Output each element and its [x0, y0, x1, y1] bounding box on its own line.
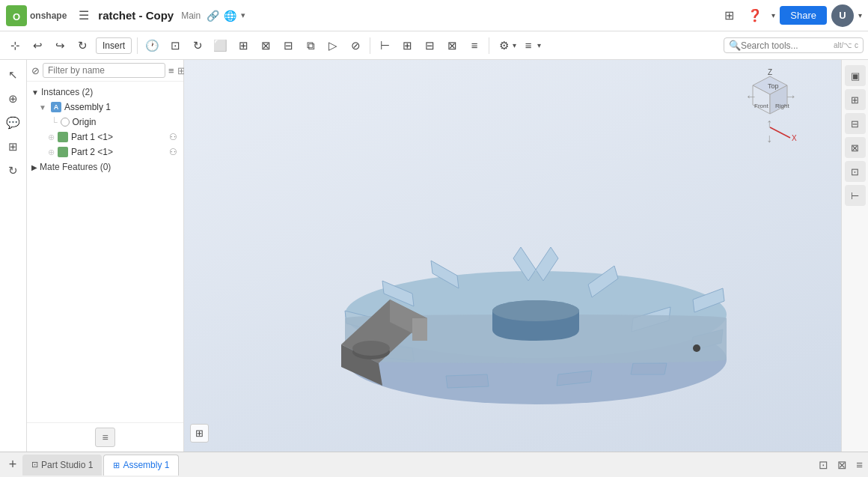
left-sidebar-icons: ↖ ⊕ 💬 ⊞ ↻: [0, 60, 27, 452]
clock-button[interactable]: 🕐: [141, 35, 163, 56]
undo-button[interactable]: ↩: [27, 35, 48, 56]
tree-item-part2[interactable]: ⊕ Part 2 <1> ⚇: [27, 145, 183, 159]
display-button[interactable]: ≡: [518, 35, 539, 56]
settings-chevron[interactable]: ▾: [513, 41, 516, 49]
app-name-label: onshape: [30, 10, 67, 21]
tree-panel-bottom: ≡: [27, 422, 183, 452]
right-icon-cube[interactable]: ▣: [845, 65, 866, 86]
instances-label: Instances (2): [41, 87, 93, 97]
tree-item-part1[interactable]: ⊕ Part 1 <1> ⚇: [27, 130, 183, 145]
bottom-parts-icon[interactable]: ⊡: [816, 456, 831, 474]
features-button[interactable]: ⊟: [419, 35, 440, 56]
assembly1-expand-icon[interactable]: ▼: [39, 103, 48, 112]
globe-chevron[interactable]: ▾: [241, 10, 245, 20]
origin-type-icon: [61, 118, 70, 127]
toolbar-divider-3: [489, 37, 489, 54]
redo-button[interactable]: ↪: [49, 35, 70, 56]
avatar[interactable]: U: [831, 4, 854, 27]
assembly-tab[interactable]: ⊞ Assembly 1: [103, 455, 179, 476]
avatar-chevron[interactable]: ▾: [858, 11, 862, 19]
right-icon-section[interactable]: ⊟: [845, 113, 866, 134]
doc-title: ratchet - Copy: [98, 9, 174, 22]
apps-icon-button[interactable]: ⊞: [720, 5, 739, 25]
toolbar-divider-1: [137, 37, 138, 54]
standard-button[interactable]: ⊠: [441, 35, 462, 56]
assembly-tab-icon: ⊞: [113, 461, 120, 470]
origin-branch-icon: └: [51, 117, 58, 127]
filter-input[interactable]: [43, 63, 165, 78]
svg-point-32: [492, 300, 579, 321]
right-icon-measure[interactable]: ⊡: [845, 161, 866, 182]
app-logo[interactable]: O onshape: [6, 5, 67, 26]
measure-button[interactable]: ⊟: [278, 35, 299, 56]
search-input[interactable]: [741, 40, 831, 51]
assembly-tab-label: Assembly 1: [123, 460, 169, 470]
detect-button[interactable]: ⊘: [345, 35, 366, 56]
tree-item-assembly1[interactable]: ▼ A Assembly 1: [27, 100, 183, 115]
ratchet-3d-view: [266, 97, 775, 452]
left-icon-plus[interactable]: ⊕: [3, 88, 24, 109]
list-icon[interactable]: ≡: [168, 65, 174, 76]
part2-mate-icon[interactable]: ⚇: [169, 147, 177, 157]
svg-text:Top: Top: [768, 82, 779, 90]
svg-text:→: →: [785, 90, 797, 103]
tree-header: ⊘ ≡ ⊞: [27, 60, 183, 82]
animate-button[interactable]: ▷: [323, 35, 343, 56]
svg-marker-26: [446, 374, 489, 388]
left-icon-pointer[interactable]: ↖: [3, 64, 24, 85]
link-icon[interactable]: 🔗: [207, 10, 219, 22]
svg-text:O: O: [13, 11, 20, 22]
bottom-right-icons: ⊡ ⊠ ≡: [816, 456, 865, 474]
share-button[interactable]: Share: [780, 6, 827, 25]
insert-button[interactable]: Insert: [96, 37, 132, 54]
doc-subtitle: Main: [181, 10, 201, 21]
sheet-button[interactable]: ≡: [464, 35, 485, 56]
help-chevron[interactable]: ▾: [771, 11, 775, 19]
toolbar-divider-2: [370, 37, 370, 54]
assembly1-type-icon: A: [51, 102, 61, 112]
tree-item-origin[interactable]: └ Origin: [27, 115, 183, 130]
filter-icon[interactable]: ⊘: [31, 65, 40, 76]
svg-point-39: [693, 344, 700, 352]
add-tab-button[interactable]: +: [3, 455, 22, 475]
globe-icon[interactable]: 🌐: [224, 10, 236, 22]
rotate-button[interactable]: ↻: [187, 35, 208, 56]
onshape-logo-icon: O: [6, 5, 27, 26]
assembly1-label: Assembly 1: [64, 102, 111, 112]
display-chevron[interactable]: ▾: [537, 41, 541, 49]
right-icon-grid[interactable]: ⊞: [845, 89, 866, 110]
svg-marker-24: [631, 363, 667, 374]
right-icon-explode[interactable]: ⊠: [845, 137, 866, 158]
explode-button[interactable]: ⊠: [255, 35, 276, 56]
mates-button[interactable]: ⊞: [397, 35, 418, 56]
svg-text:X: X: [792, 134, 797, 142]
parts-button[interactable]: ⊢: [374, 35, 395, 56]
bottom-units-icon[interactable]: ≡: [854, 456, 865, 473]
part1-branch-icon: ⊕: [48, 133, 55, 142]
grid-button[interactable]: ⊞: [233, 35, 254, 56]
right-icon-assembly[interactable]: ⊢: [845, 185, 866, 206]
select-tool-button[interactable]: ⊹: [4, 35, 25, 56]
detail-view-icon[interactable]: ≡: [95, 428, 114, 447]
hamburger-menu-button[interactable]: ☰: [74, 5, 94, 25]
viewport-select-box-icon[interactable]: ⊞: [190, 424, 209, 443]
svg-text:Right: Right: [775, 103, 789, 109]
part-studio-tab[interactable]: ⊡ Part Studio 1: [22, 455, 102, 476]
refresh-button[interactable]: ↻: [72, 35, 93, 56]
help-icon-button[interactable]: ❓: [743, 5, 767, 25]
bottom-search-icon[interactable]: ⊠: [835, 456, 849, 474]
settings-button[interactable]: ⚙: [493, 35, 514, 56]
part2-label: Part 2 <1>: [71, 147, 113, 157]
mate-features-section-header[interactable]: ▶ Mate Features (0): [27, 159, 183, 174]
instances-section-header[interactable]: ▼ Instances (2): [27, 85, 183, 100]
left-icon-comment[interactable]: 💬: [3, 112, 24, 133]
left-icon-layers[interactable]: ⊞: [3, 136, 24, 157]
section-button[interactable]: ⧉: [300, 35, 321, 56]
tree-content: ▼ Instances (2) ▼ A Assembly 1 └ Origin …: [27, 82, 183, 422]
viewport[interactable]: Z X Top Front Right ↑ ← →: [184, 60, 841, 452]
right-panel-icons: ▣ ⊞ ⊟ ⊠ ⊡ ⊢: [841, 60, 868, 452]
cube-button[interactable]: ⊡: [165, 35, 186, 56]
part1-mate-icon[interactable]: ⚇: [169, 132, 177, 142]
left-icon-history[interactable]: ↻: [3, 160, 24, 181]
square-button[interactable]: ⬜: [210, 35, 231, 56]
